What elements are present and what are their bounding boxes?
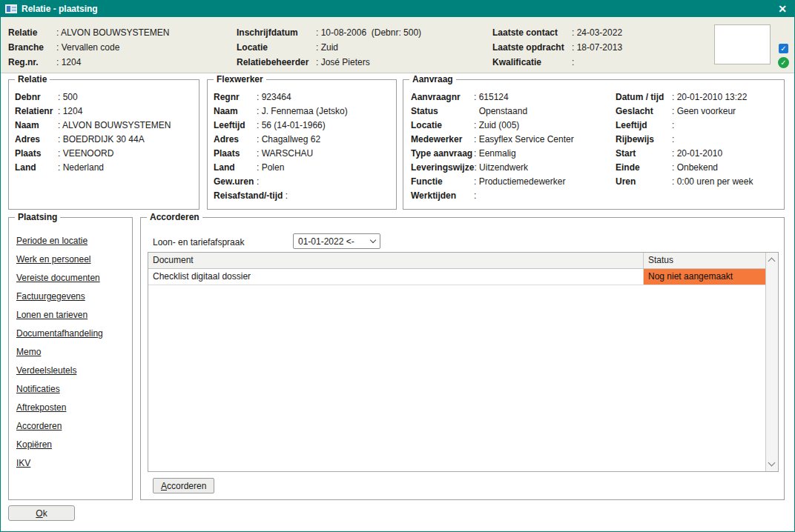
close-icon[interactable]: ✕ — [776, 1, 788, 17]
field-label: Naam — [214, 104, 257, 119]
header-row: Locatie : Zuid — [237, 40, 421, 55]
groupbox-title: Flexwerker — [214, 74, 266, 84]
header-column-laatste: Laatste contact : 24-03-2022 Laatste opd… — [492, 25, 622, 70]
relatie-plaatsing-window: Relatie - plaatsing ✕ Relatie : ALVON BO… — [0, 0, 795, 532]
field-value: : ALVON BOUWSYSTEMEN — [58, 119, 171, 133]
info-row: Type aanvraag: Eenmalig — [411, 147, 574, 161]
info-row: Werktijden: — [411, 189, 574, 203]
info-row: Geslacht: Geen voorkeur — [616, 104, 753, 119]
field-label: Adres — [214, 133, 257, 147]
info-row: Leeftijd: — [616, 119, 753, 133]
relatie-fields: Debnr: 500 Relatienr: 1204 Naam: ALVON B… — [9, 80, 199, 175]
app-icon — [5, 4, 17, 13]
scroll-down-icon[interactable] — [768, 459, 776, 467]
nav-link-lonen-en-tarieven[interactable]: Lonen en tarieven — [16, 308, 125, 322]
field-label: Leveringswijze — [411, 161, 474, 175]
document-cell: Checklist digitaal dossier — [148, 269, 644, 285]
button-label: A — [161, 481, 167, 491]
field-value: : 10-08-2006 (Debnr: 500) — [316, 25, 421, 40]
blue-checkbox-icon[interactable]: ✓ — [779, 44, 788, 53]
field-label: Locatie — [411, 119, 474, 133]
info-row: Start: 20-01-2010 — [616, 147, 753, 161]
header-row: Reg.nr. : 1204 — [8, 55, 169, 70]
nav-link-vereiste-documenten[interactable]: Vereiste documenten — [16, 271, 125, 285]
nav-link-memo[interactable]: Memo — [16, 345, 125, 359]
field-label: Laatste opdracht — [492, 40, 572, 55]
accorderen-button[interactable]: Accorderen — [153, 478, 214, 493]
scroll-up-icon[interactable] — [768, 258, 776, 265]
aanvraag-right-fields: Datum / tijd: 20-01-2010 13:22 Geslacht:… — [616, 90, 753, 189]
field-value: : Polen — [257, 161, 284, 175]
field-value: : 18-07-2013 — [572, 40, 622, 55]
nav-link-accorderen[interactable]: Accorderen — [16, 419, 125, 433]
field-label: Relatienr — [15, 104, 58, 119]
field-label: Plaats — [15, 147, 58, 161]
table-scrollbar[interactable] — [765, 253, 778, 471]
field-label: Aanvraagnr — [411, 90, 474, 104]
info-row: Aanvraagnr: 615124 — [411, 90, 574, 104]
info-row: Functie: Productiemedewerker — [411, 175, 574, 189]
field-label: Reg.nr. — [8, 55, 56, 70]
column-header-status[interactable]: Status — [644, 253, 765, 268]
nav-link-periode-en-locatie[interactable]: Periode en locatie — [16, 234, 125, 247]
nav-link-documentafhandeling[interactable]: Documentafhandeling — [16, 327, 125, 340]
info-row: Rijbewijs: — [616, 133, 753, 147]
field-label: Relatie — [8, 25, 56, 40]
nav-link-werk-en-personeel[interactable]: Werk en personeel — [16, 253, 125, 266]
nav-link-factuurgegevens[interactable]: Factuurgegevens — [16, 290, 125, 303]
field-value: : Vervallen code — [56, 40, 119, 55]
chevron-down-icon — [370, 237, 376, 243]
nav-link-verdeelsleutels[interactable]: Verdeelsleutels — [16, 364, 125, 377]
field-label: Start — [616, 147, 672, 161]
field-value: : — [672, 133, 674, 147]
field-label: Laatste contact — [492, 25, 572, 40]
button-label: k — [43, 508, 47, 519]
groupbox-title: Accorderen — [147, 212, 202, 222]
field-value: : BOEDRDIJK 30 44A — [58, 133, 145, 147]
nav-link-kopieren[interactable]: Kopiëren — [16, 438, 125, 451]
field-value: : 500 — [58, 90, 78, 104]
field-value: : J. Fennemaa (Jetsko) — [257, 104, 348, 119]
table-main: Document Status Checklist digitaal dossi… — [148, 253, 765, 471]
field-value: : 56 (14-01-1966) — [257, 119, 326, 133]
field-label: Datum / tijd — [616, 90, 672, 104]
table-row[interactable]: Checklist digitaal dossier Nog niet aang… — [148, 269, 765, 285]
flexwerker-fields: Regnr: 923464 Naam: J. Fennemaa (Jetsko)… — [208, 80, 396, 203]
field-value: : 1204 — [58, 104, 82, 119]
button-label: O — [36, 508, 42, 519]
field-value: : 615124 — [474, 90, 509, 104]
field-value: : — [257, 175, 259, 189]
field-label: Naam — [15, 119, 58, 133]
summary-header: Relatie : ALVON BOUWSYSTEMEN Branche : V… — [1, 17, 794, 73]
field-value: : 1204 — [56, 55, 81, 70]
window-title: Relatie - plaatsing — [22, 4, 772, 14]
field-label: Leeftijd — [214, 119, 257, 133]
field-value: : WARSCHAU — [257, 147, 313, 161]
groupbox-title: Plaatsing — [15, 212, 60, 222]
groupbox-title: Relatie — [15, 74, 50, 84]
field-label: Leeftijd — [616, 119, 672, 133]
column-header-document[interactable]: Document — [148, 253, 644, 268]
loon-tariefafspraak-select[interactable]: 01-01-2022 <- — [293, 233, 380, 249]
field-value: : Zuid (005) — [474, 119, 519, 133]
nav-link-aftrekposten[interactable]: Aftrekposten — [16, 401, 125, 414]
green-check-icon: ✓ — [778, 57, 789, 68]
field-label: Type aanvraag — [411, 147, 474, 161]
field-value: : Easyflex Service Center — [474, 133, 574, 147]
header-column-inschrijving: Inschrijfdatum : 10-08-2006 (Debnr: 500)… — [237, 25, 421, 70]
info-row: Reisafstand/-tijd : — [214, 189, 390, 203]
field-value: : — [672, 119, 674, 133]
ok-button[interactable]: Ok — [8, 505, 75, 521]
title-bar: Relatie - plaatsing ✕ — [1, 1, 794, 17]
field-value: : Zuid — [316, 40, 338, 55]
header-row: Laatste contact : 24-03-2022 — [492, 25, 622, 40]
field-value: : Chagallweg 62 — [257, 133, 320, 147]
nav-link-ikv[interactable]: IKV — [16, 456, 125, 470]
field-value: : Uitzendwerk — [474, 161, 528, 175]
info-row: Einde: Onbekend — [616, 161, 753, 175]
groupbox-title: Aanvraag — [409, 74, 456, 84]
relatie-groupbox: Relatie Debnr: 500 Relatienr: 1204 Naam:… — [8, 79, 199, 210]
field-label: Locatie — [237, 40, 316, 55]
info-row: Relatienr: 1204 — [15, 104, 193, 119]
nav-link-notificaties[interactable]: Notificaties — [16, 382, 125, 396]
